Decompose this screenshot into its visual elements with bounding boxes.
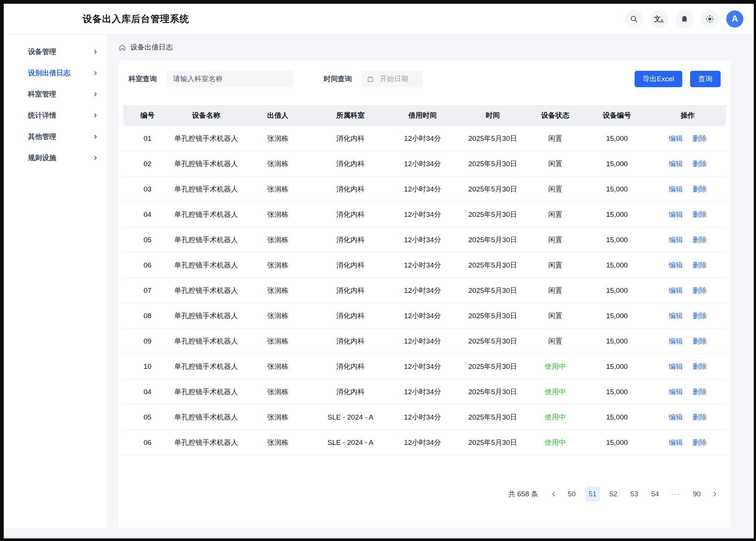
- edit-link[interactable]: 编辑: [669, 387, 683, 397]
- filter-row: 科室查询 时间查询 开始日期: [123, 71, 726, 87]
- search-button[interactable]: [625, 10, 643, 28]
- delete-link[interactable]: 删除: [693, 260, 707, 270]
- pagination-next-button[interactable]: [708, 487, 721, 502]
- cell-borrow-duration: 12小时34分: [386, 286, 459, 295]
- sidebar-item-其他管理[interactable]: 其他管理: [4, 126, 107, 147]
- delete-link[interactable]: 删除: [693, 286, 707, 295]
- cell-date: 2025年5月30日: [459, 362, 526, 371]
- cell-no: 09: [123, 337, 172, 345]
- edit-link[interactable]: 编辑: [669, 412, 683, 422]
- cell-borrower: 张润栋: [241, 336, 315, 346]
- notifications-button[interactable]: [676, 10, 693, 28]
- cell-date: 2025年5月30日: [459, 260, 526, 270]
- cell-device-name: 单孔腔镜手术机器人: [172, 412, 241, 422]
- cell-status: 闲置: [526, 336, 584, 346]
- sidebar-item-科室管理[interactable]: 科室管理: [4, 83, 107, 105]
- delete-link[interactable]: 删除: [693, 412, 707, 422]
- sidebar-item-设备管理[interactable]: 设备管理: [4, 41, 107, 62]
- sidebar-item-设别出借日志[interactable]: 设别出借日志: [4, 62, 107, 83]
- cell-device-no: 15,000: [584, 337, 649, 345]
- app-window: 设备出入库后台管理系统 文A: [0, 0, 756, 541]
- delete-link[interactable]: 删除: [693, 159, 707, 169]
- cell-date: 2025年5月30日: [459, 286, 526, 295]
- delete-link[interactable]: 删除: [693, 210, 707, 219]
- pagination-page-51[interactable]: 51: [585, 487, 600, 502]
- delete-link[interactable]: 删除: [693, 134, 707, 143]
- delete-link[interactable]: 删除: [693, 387, 707, 397]
- header-actions: 文A: [625, 10, 743, 28]
- cell-date: 2025年5月30日: [459, 159, 526, 169]
- edit-link[interactable]: 编辑: [669, 438, 683, 447]
- delete-link[interactable]: 删除: [693, 336, 707, 346]
- cell-device-name: 单孔腔镜手术机器人: [172, 134, 241, 143]
- delete-link[interactable]: 删除: [693, 362, 707, 371]
- table-row: 05 单孔腔镜手术机器人 张润栋 SLE - 2024 - A 12小时34分 …: [123, 405, 726, 430]
- pagination-page-54[interactable]: 54: [648, 487, 663, 502]
- cell-status: 闲置: [526, 134, 584, 143]
- cell-operations: 编辑 删除: [649, 260, 726, 270]
- sidebar-item-label: 统计详情: [28, 111, 56, 120]
- theme-button[interactable]: [701, 10, 719, 28]
- edit-link[interactable]: 编辑: [669, 159, 683, 169]
- pagination-prev-button[interactable]: [547, 487, 560, 502]
- cell-borrow-duration: 12小时34分: [386, 311, 459, 321]
- time-filter-label: 时间查询: [324, 74, 352, 84]
- cell-device-name: 单孔腔镜手术机器人: [172, 387, 241, 397]
- pagination-page-52[interactable]: 52: [606, 487, 621, 502]
- home-icon: [118, 44, 126, 51]
- cell-borrow-duration: 12小时34分: [386, 362, 459, 371]
- delete-link[interactable]: 删除: [693, 311, 707, 321]
- cell-operations: 编辑 删除: [649, 438, 726, 447]
- pagination-page-53[interactable]: 53: [627, 487, 642, 502]
- sidebar-item-规则设施[interactable]: 规则设施: [4, 147, 107, 168]
- edit-link[interactable]: 编辑: [669, 134, 683, 143]
- cell-date: 2025年5月30日: [459, 210, 526, 219]
- cell-no: 03: [123, 185, 172, 193]
- column-header: 设备名称: [172, 111, 241, 120]
- edit-link[interactable]: 编辑: [669, 362, 683, 371]
- delete-link[interactable]: 删除: [693, 438, 707, 447]
- cell-status: 闲置: [526, 260, 584, 270]
- pagination-page-50[interactable]: 50: [564, 487, 579, 502]
- language-button[interactable]: 文A: [650, 10, 668, 28]
- cell-date: 2025年5月30日: [459, 311, 526, 321]
- edit-link[interactable]: 编辑: [669, 311, 683, 321]
- breadcrumb[interactable]: 设备出借日志: [118, 42, 173, 52]
- cell-device-name: 单孔腔镜手术机器人: [172, 210, 241, 219]
- delete-link[interactable]: 删除: [693, 235, 707, 245]
- cell-status: 闲置: [526, 159, 584, 169]
- avatar[interactable]: A: [726, 10, 743, 28]
- cell-department: 消化内科: [315, 184, 386, 194]
- dept-search-input[interactable]: [166, 71, 293, 87]
- edit-link[interactable]: 编辑: [669, 184, 683, 194]
- query-button[interactable]: 查询: [690, 71, 721, 87]
- chevron-right-icon: [93, 113, 98, 118]
- cell-operations: 编辑 删除: [649, 387, 726, 397]
- edit-link[interactable]: 编辑: [669, 235, 683, 245]
- cell-device-name: 单孔腔镜手术机器人: [172, 260, 241, 270]
- cell-device-name: 单孔腔镜手术机器人: [172, 159, 241, 169]
- start-date-picker[interactable]: 开始日期: [361, 71, 423, 87]
- edit-link[interactable]: 编辑: [669, 260, 683, 270]
- chevron-right-icon: [93, 70, 98, 76]
- sidebar-item-统计详情[interactable]: 统计详情: [4, 105, 107, 126]
- cell-borrower: 张润栋: [241, 184, 315, 194]
- cell-borrower: 张润栋: [241, 286, 315, 295]
- table-row: 01 单孔腔镜手术机器人 张润栋 消化内科 12小时34分 2025年5月30日…: [123, 126, 726, 151]
- delete-link[interactable]: 删除: [693, 184, 707, 194]
- cell-borrower: 张润栋: [241, 159, 315, 169]
- pagination-page-90[interactable]: 90: [689, 487, 704, 502]
- edit-link[interactable]: 编辑: [669, 210, 683, 219]
- top-header: 设备出入库后台管理系统 文A: [4, 4, 754, 34]
- edit-link[interactable]: 编辑: [669, 336, 683, 346]
- cell-borrow-duration: 12小时34分: [386, 210, 459, 219]
- cell-department: 消化内科: [315, 235, 386, 245]
- table-row: 07 单孔腔镜手术机器人 张润栋 消化内科 12小时34分 2025年5月30日…: [123, 278, 726, 303]
- notification-icon: [680, 15, 689, 23]
- cell-device-name: 单孔腔镜手术机器人: [172, 362, 241, 371]
- edit-link[interactable]: 编辑: [669, 286, 683, 295]
- pagination-total: 共 658 条: [508, 489, 538, 499]
- cell-device-name: 单孔腔镜手术机器人: [172, 311, 241, 321]
- cell-device-name: 单孔腔镜手术机器人: [172, 286, 241, 295]
- export-excel-button[interactable]: 导出Excel: [635, 71, 682, 87]
